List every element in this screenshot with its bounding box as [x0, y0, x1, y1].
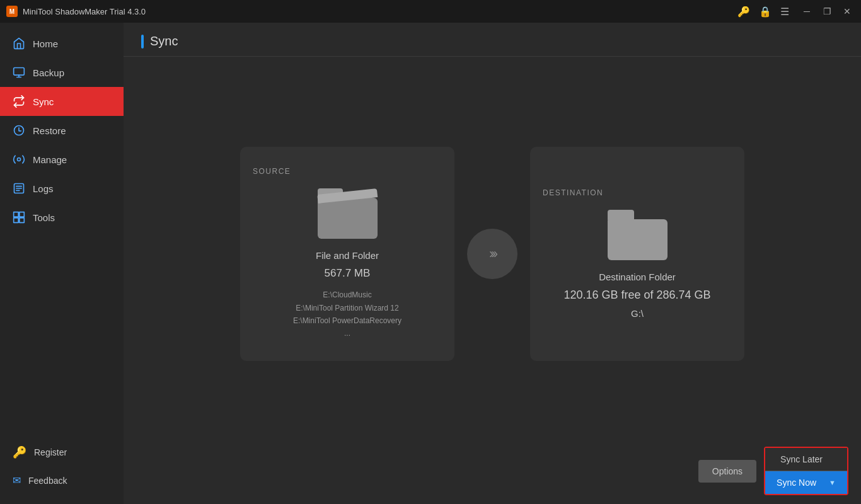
source-label: SOURCE — [253, 167, 291, 176]
home-icon — [13, 37, 25, 50]
sidebar-item-tools[interactable]: Tools — [0, 203, 124, 232]
tools-icon — [13, 211, 25, 224]
app-title: MiniTool ShadowMaker Trial 4.3.0 — [23, 7, 146, 16]
destination-type: Destination Folder — [599, 272, 676, 282]
svg-rect-12 — [20, 218, 25, 223]
key-sidebar-icon: 🔑 — [13, 445, 26, 459]
restore-icon — [13, 124, 25, 137]
restore-label: Restore — [33, 125, 66, 136]
window-controls: ─ ❐ ✕ — [799, 4, 855, 19]
page-header: Sync — [124, 23, 861, 57]
backup-icon — [13, 66, 25, 79]
logs-label: Logs — [33, 183, 54, 194]
svg-rect-11 — [14, 218, 19, 223]
menu-icon[interactable]: ☰ — [780, 6, 789, 18]
lock-icon[interactable]: 🔒 — [759, 6, 771, 18]
sidebar-item-backup[interactable]: Backup — [0, 58, 124, 87]
sync-arrow: ››› — [467, 229, 517, 279]
sidebar: Home Backup Sync — [0, 23, 124, 504]
destination-label: DESTINATION — [543, 188, 603, 197]
destination-free-space: 120.16 GB free of 286.74 GB — [563, 289, 710, 302]
destination-card[interactable]: DESTINATION Destination Folder 120.16 GB… — [530, 147, 744, 361]
sidebar-item-sync[interactable]: Sync — [0, 87, 124, 116]
chevron-icon: ››› — [489, 246, 495, 262]
sidebar-bottom: 🔑 Register ✉ Feedback — [0, 438, 124, 504]
source-path-more: ... — [293, 327, 402, 340]
mail-icon: ✉ — [13, 474, 21, 486]
sidebar-item-feedback[interactable]: ✉ Feedback — [0, 467, 124, 494]
minimize-button[interactable]: ─ — [799, 4, 814, 19]
sync-label: Sync — [33, 96, 54, 107]
close-button[interactable]: ✕ — [840, 4, 855, 19]
title-bar: M MiniTool ShadowMaker Trial 4.3.0 🔑 🔒 ☰… — [0, 0, 861, 23]
sidebar-item-restore[interactable]: Restore — [0, 116, 124, 145]
source-card[interactable]: SOURCE File and Folder 567.7 MB E:\Cloud… — [240, 147, 454, 361]
svg-rect-10 — [20, 212, 25, 217]
content-area: Sync SOURCE File and Folder 567.7 MB — [124, 23, 861, 504]
restore-button[interactable]: ❐ — [819, 4, 835, 19]
options-button[interactable]: Options — [698, 460, 756, 483]
manage-label: Manage — [33, 154, 67, 165]
destination-path: G:\ — [631, 308, 644, 319]
sync-later-button[interactable]: Sync Later — [765, 448, 847, 471]
sidebar-item-manage[interactable]: Manage — [0, 145, 124, 174]
cards-area: SOURCE File and Folder 567.7 MB E:\Cloud… — [142, 82, 842, 425]
sync-now-group: Sync Later Sync Now ▼ — [764, 447, 848, 495]
feedback-label: Feedback — [28, 476, 67, 486]
svg-rect-0 — [14, 68, 25, 76]
backup-label: Backup — [33, 67, 64, 78]
sidebar-item-logs[interactable]: Logs — [0, 174, 124, 203]
home-label: Home — [33, 38, 58, 49]
source-path-3: E:\MiniTool PowerDataRecovery — [293, 314, 402, 327]
source-paths: E:\CloudMusic E:\MiniTool Partition Wiza… — [293, 289, 402, 340]
main-content: SOURCE File and Folder 567.7 MB E:\Cloud… — [124, 57, 861, 438]
sync-now-button[interactable]: Sync Now ▼ — [765, 471, 847, 494]
title-bar-left: M MiniTool ShadowMaker Trial 4.3.0 — [6, 6, 146, 17]
app-body: Home Backup Sync — [0, 23, 861, 504]
manage-icon — [13, 153, 25, 166]
svg-point-4 — [18, 158, 21, 161]
logs-icon — [13, 182, 25, 195]
sync-now-label: Sync Now — [777, 478, 816, 488]
sidebar-item-home[interactable]: Home — [0, 29, 124, 58]
bottom-bar: Options Sync Later Sync Now ▼ — [124, 438, 861, 504]
app-icon: M — [6, 6, 18, 17]
destination-folder-icon — [608, 210, 667, 260]
key-icon[interactable]: 🔑 — [737, 6, 750, 18]
source-size: 567.7 MB — [325, 267, 371, 280]
tools-label: Tools — [33, 212, 55, 223]
page-title: Sync — [150, 34, 178, 49]
dropdown-arrow-icon: ▼ — [829, 479, 836, 486]
source-folder-icon — [318, 188, 378, 239]
sync-icon — [13, 95, 25, 108]
title-bar-controls: 🔑 🔒 ☰ — [737, 6, 789, 18]
svg-rect-9 — [14, 212, 19, 217]
source-path-2: E:\MiniTool Partition Wizard 12 — [293, 302, 402, 314]
header-accent-bar — [141, 35, 144, 49]
sidebar-item-register[interactable]: 🔑 Register — [0, 438, 124, 467]
source-type: File and Folder — [316, 250, 379, 261]
source-path-1: E:\CloudMusic — [293, 289, 402, 301]
register-label: Register — [34, 447, 67, 457]
